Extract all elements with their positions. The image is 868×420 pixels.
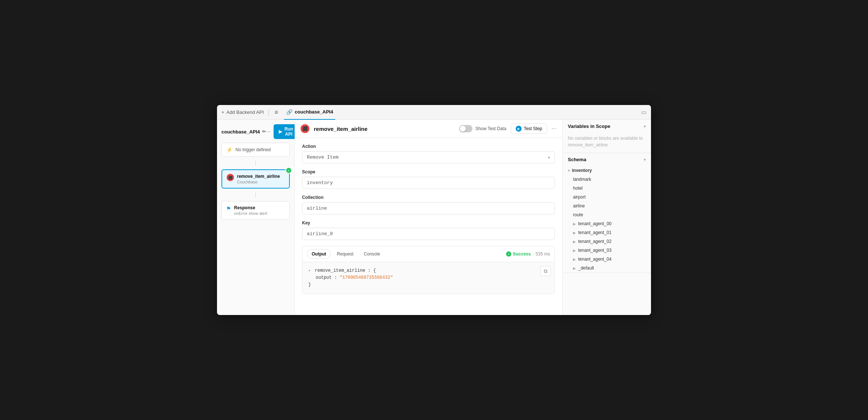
schema-label: tenant_agent_02 [578, 239, 611, 244]
schema-chevron-icon: ▾ [568, 169, 570, 173]
schema-sub-chevron-icon: ▶ [573, 257, 576, 261]
schema-item-tenant_agent_01[interactable]: ▶tenant_agent_01 [563, 228, 651, 237]
collection-value: airline [307, 206, 327, 211]
schema-item-airline[interactable]: airline [563, 201, 651, 210]
schema-item-_default[interactable]: ▶_default [563, 264, 651, 272]
divider [268, 109, 269, 116]
action-input[interactable]: Remove Item ▾ [302, 151, 555, 163]
schema-collapse-icon[interactable]: ▾ [644, 157, 646, 162]
show-test-data-label: Show Test Data [475, 126, 506, 131]
schema-item-route[interactable]: route [563, 210, 651, 219]
copy-button[interactable]: ⧉ [540, 266, 551, 276]
schema-item-tenant_agent_00[interactable]: ▶tenant_agent_00 [563, 219, 651, 228]
code-line-1: ▾ remove_item_airline : { [308, 267, 549, 274]
test-step-button[interactable]: ▶ Test Step [511, 123, 547, 134]
code-line-2: output : "170905468735566432" [308, 274, 549, 281]
api-name: couchbase_API4 ✏ [221, 129, 266, 135]
schema-sub-chevron-icon: ▶ [573, 240, 576, 244]
schema-label: _default [578, 265, 594, 271]
couchbase-icon: ⬛ [228, 176, 233, 180]
edit-icon[interactable]: ✏ [262, 129, 266, 134]
schema-label: airport [573, 194, 586, 200]
center-body: Action Remove Item ▾ Scope inventory Col… [295, 138, 562, 315]
schema-label: hotel [573, 186, 583, 191]
schema-item-airport[interactable]: airport [563, 193, 651, 201]
left-panel-menu-icon[interactable]: ··· [266, 128, 271, 135]
output-section: Output Request Console ✓ Success · 535 m… [302, 246, 555, 294]
step-name: remove_item_airline [237, 174, 280, 179]
add-backend-label: Add Backend API [227, 109, 264, 115]
schema-item-tenant_agent_04[interactable]: ▶tenant_agent_04 [563, 255, 651, 264]
window-control-minimize[interactable]: ▭ [641, 109, 647, 116]
scope-label: Scope [302, 169, 555, 175]
action-label: Action [302, 144, 555, 149]
flow-connector-2 [221, 192, 290, 197]
schema-item-inventory[interactable]: ▾inventory [563, 166, 651, 175]
center-step-icon: ⬛ [301, 124, 309, 133]
center-header: ⬛ remove_item_airline Show Test Data ▶ T… [295, 120, 562, 138]
response-name: Response [234, 205, 267, 210]
code-colon: : [334, 275, 339, 280]
collection-label: Collection [302, 195, 555, 200]
output-tabs: Output Request Console ✓ Success · 535 m… [302, 246, 555, 262]
step-icon: ⬛ [227, 174, 234, 181]
schema-item-tenant_agent_02[interactable]: ▶tenant_agent_02 [563, 237, 651, 246]
response-info: Response onError show alert [234, 205, 267, 216]
schema-item-hotel[interactable]: hotel [563, 184, 651, 193]
action-field-group: Action Remove Item ▾ [302, 144, 555, 163]
center-more-icon[interactable]: ··· [552, 125, 556, 132]
expand-icon[interactable]: ▾ [308, 269, 311, 273]
response-icon: ⚑ [226, 206, 231, 211]
output-body: ⧉ ▾ remove_item_airline : { output : "17… [302, 262, 555, 294]
success-badge: ✓ Success [506, 251, 531, 257]
step-info: remove_item_airline Couchbase [237, 174, 280, 184]
success-dot: ✓ [506, 251, 511, 257]
code-close-brace: } [308, 282, 311, 287]
scope-input[interactable]: inventory [302, 177, 555, 189]
schema-label: tenant_agent_03 [578, 248, 611, 253]
response-sub: onError show alert [234, 211, 267, 216]
active-step-block[interactable]: ✓ ⬛ remove_item_airline Couchbase [221, 169, 290, 189]
tab-request[interactable]: Request [332, 250, 358, 258]
response-block[interactable]: ⚑ Response onError show alert [221, 201, 290, 220]
toggle-switch[interactable] [459, 125, 472, 132]
right-panel: Variables in Scope ▾ No variables or blo… [562, 120, 651, 315]
schema-label: tenant_agent_00 [578, 221, 611, 226]
api-tab[interactable]: 🔗 couchbase_API4 [284, 105, 335, 120]
test-step-icon: ▶ [516, 126, 522, 132]
main-window: + Add Backend API ≡ 🔗 couchbase_API4 ▭ c… [217, 105, 651, 315]
scope-field-group: Scope inventory [302, 169, 555, 189]
tab-console[interactable]: Console [359, 250, 384, 258]
action-value: Remove Item [307, 155, 339, 160]
menu-icon[interactable]: ≡ [273, 108, 279, 116]
tab-output[interactable]: Output [307, 249, 331, 259]
api-name-label: couchbase_API4 [221, 129, 260, 135]
schema-header: Schema ▾ [563, 153, 651, 166]
code-line-3: } [308, 281, 549, 288]
left-panel: couchbase_API4 ✏ ··· ▶ Run API ⚡ No trig… [217, 120, 295, 315]
add-backend-api-button[interactable]: + Add Backend API [221, 109, 264, 115]
output-time: · 535 ms [533, 251, 550, 257]
test-step-label: Test Step [524, 126, 542, 131]
run-label: Run API [284, 126, 293, 137]
schema-label: tenant_agent_01 [578, 230, 611, 235]
schema-label: airline [573, 203, 585, 209]
main-content: couchbase_API4 ✏ ··· ▶ Run API ⚡ No trig… [217, 120, 651, 315]
show-test-data-toggle[interactable]: Show Test Data [459, 125, 506, 132]
schema-item-landmark[interactable]: landmark [563, 175, 651, 184]
variables-title: Variables in Scope [568, 123, 610, 129]
key-input[interactable]: airline_8 [302, 228, 555, 240]
code-output-key: output [316, 275, 332, 280]
variables-collapse-icon[interactable]: ▾ [644, 124, 646, 129]
schema-item-tenant_agent_03[interactable]: ▶tenant_agent_03 [563, 246, 651, 255]
schema-label: inventory [572, 168, 592, 173]
no-trigger-label: No trigger defined [235, 147, 271, 152]
key-label: Key [302, 220, 555, 226]
schema-sub-chevron-icon: ▶ [573, 266, 576, 270]
variables-header: Variables in Scope ▾ [563, 120, 651, 133]
api-tab-name: couchbase_API4 [295, 109, 333, 115]
key-field-group: Key airline_8 [302, 220, 555, 240]
collection-input[interactable]: airline [302, 202, 555, 214]
center-header-title: remove_item_airline [314, 126, 455, 132]
variables-section: Variables in Scope ▾ No variables or blo… [563, 120, 651, 153]
